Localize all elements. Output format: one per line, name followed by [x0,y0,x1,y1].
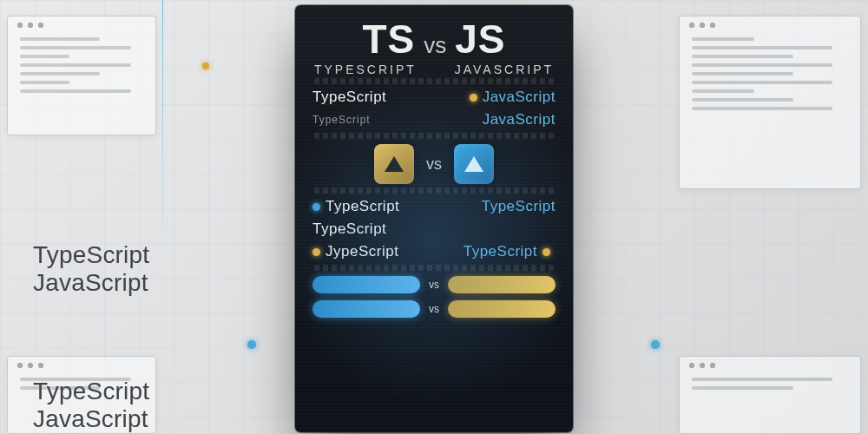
decorative-code-line [314,187,554,194]
decorative-code-line [314,78,554,84]
pill-blue [312,300,420,318]
word-row-5: JypeScript TypeScript [295,240,573,263]
pill-blue [312,276,420,293]
row5-right: TypeScript [464,243,537,260]
ghost-window-bottom-right [679,356,861,434]
word-row-3: TypeScript TypeScript [295,195,573,218]
pill-row-2: vs [295,297,573,321]
js-logo-tile [454,144,494,184]
triangle-icon [464,156,483,172]
side-label-ts: TypeScript [33,241,149,269]
box-heading: TS vs JS [295,5,573,64]
row2-left: TypeScript [312,114,371,126]
subheading-ts: TYPESCRIPT [314,62,417,76]
bullet-icon [312,248,320,256]
center-vs-text: vs [426,155,442,174]
box-subheading: TYPESCRIPT JAVASCRIPT [295,62,573,76]
row1-right: JavaScript [483,89,556,105]
bullet-icon [312,203,320,211]
row1-left: TypeScript [312,89,386,106]
row4-left: TypeScript [312,220,386,238]
pill-vs-1: vs [429,279,439,291]
pill-vs-2: vs [429,303,439,315]
accent-dot-blue-left [247,340,256,349]
bullet-icon [470,94,477,102]
decorative-code-line [314,265,554,271]
side-label-js: JavaScript [33,269,149,297]
pill-row-1: vs [295,273,573,297]
comparison-box: TS vs JS TYPESCRIPT JAVASCRIPT TypeScrip… [295,5,573,432]
heading-js: JS [455,16,505,62]
accent-dot-yellow [202,62,209,69]
center-logo-row: vs [295,144,573,184]
bullet-icon [542,248,550,256]
row2-right: JavaScript [483,111,556,128]
word-row-1: TypeScript JavaScript [295,86,573,108]
subheading-js: JAVASCRIPT [455,62,554,76]
ts-logo-tile [374,144,414,184]
pill-gold [448,300,556,318]
row3-left: TypeScript [326,198,399,214]
decorative-code-line [314,133,554,139]
word-row-2: TypeScript JavaScript [295,108,573,131]
side-label-js-2: JavaScript [33,405,149,433]
word-row-4: TypeScript [295,218,573,240]
row5-left: JypeScript [326,243,398,260]
side-label-ts-2: TypeScript [33,378,149,405]
row3-right: TypeScript [482,198,556,215]
heading-ts: TS [362,16,415,62]
side-label-upper: TypeScript JavaScript [33,241,149,297]
side-label-lower: TypeScript JavaScript [33,378,149,433]
triangle-icon [385,156,404,172]
pill-gold [448,276,556,293]
vertical-guide-line [162,0,163,434]
ghost-window-top-left [7,16,156,135]
heading-vs: vs [424,32,446,59]
accent-dot-blue-right [651,340,660,349]
ghost-window-top-right [679,16,861,189]
